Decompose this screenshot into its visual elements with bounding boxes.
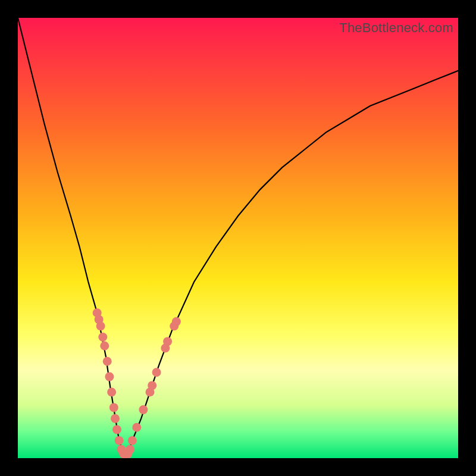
bottleneck-curve: [18, 18, 458, 454]
highlight-dot: [107, 388, 116, 397]
highlight-dot: [111, 414, 120, 423]
highlight-dot: [115, 436, 124, 445]
highlight-dot: [139, 405, 148, 414]
highlight-dots: [93, 308, 181, 458]
highlight-dot: [163, 337, 172, 346]
chart-svg: [18, 18, 458, 458]
highlight-dot: [152, 368, 161, 377]
highlight-dot: [105, 372, 114, 381]
highlight-dot: [172, 317, 181, 326]
highlight-dot: [148, 381, 156, 390]
highlight-dot: [126, 445, 134, 454]
highlight-dot: [96, 322, 105, 331]
highlight-dot: [103, 357, 112, 366]
highlight-dot: [109, 403, 118, 412]
highlight-dot: [100, 342, 109, 350]
highlight-dot: [112, 425, 121, 434]
plot-area: TheBottleneck.com: [18, 18, 458, 458]
chart-frame: TheBottleneck.com: [0, 0, 476, 476]
highlight-dot: [132, 423, 141, 432]
highlight-dot: [98, 333, 107, 342]
highlight-dot: [128, 436, 137, 445]
